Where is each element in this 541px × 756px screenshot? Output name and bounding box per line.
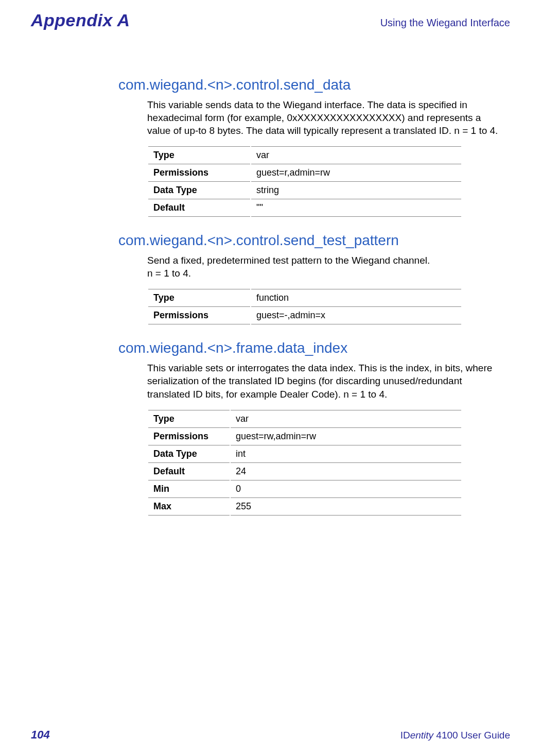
appendix-title: Appendix A [31,10,130,30]
cell-label: Permissions [148,164,251,182]
table-row: Permissionsguest=-,admin=x [148,307,462,324]
guide-name: IDentity 4100 User Guide [400,730,510,741]
cell-label: Data Type [148,182,251,199]
cell-value: guest=r,admin=rw [251,164,462,182]
paragraph: This variable sends data to the Wiegand … [147,98,505,137]
cell-value: int [230,445,462,462]
table-row: Typefunction [148,289,462,307]
table-row: Typevar [148,147,462,164]
cell-value: "" [251,199,462,217]
paragraph-line: Send a fixed, predetermined test pattern… [147,255,430,266]
header-subtitle: Using the Wiegand Interface [380,17,510,29]
table-row: Permissionsguest=r,admin=rw [148,164,462,182]
content-area: com.wiegand.<n>.control.send_data This v… [118,77,505,516]
paragraph: This variable sets or interrogates the d… [147,362,505,400]
cell-value: 255 [230,497,462,515]
properties-table: Typevar Permissionsguest=r,admin=rw Data… [147,146,462,217]
cell-label: Min [148,480,230,497]
cell-value: string [251,182,462,199]
page-footer: 104 IDentity 4100 User Guide [31,728,510,742]
table-row: Min0 [148,480,462,497]
cell-label: Type [148,147,251,164]
page-number: 104 [31,728,50,742]
properties-table: Typefunction Permissionsguest=-,admin=x [147,289,462,324]
table-row: Default"" [148,199,462,217]
cell-value: var [230,410,462,427]
cell-label: Permissions [148,427,230,445]
cell-label: Type [148,289,251,307]
table-row: Data Typeint [148,445,462,462]
cell-value: 0 [230,480,462,497]
cell-label: Default [148,462,230,480]
section-heading: com.wiegand.<n>.control.send_test_patter… [118,232,505,249]
page-header: Appendix A Using the Wiegand Interface [31,10,510,30]
cell-value: var [251,147,462,164]
cell-label: Max [148,497,230,515]
cell-value: guest=-,admin=x [251,307,462,324]
guide-id: ID [400,730,410,741]
cell-value: guest=rw,admin=rw [230,427,462,445]
cell-label: Data Type [148,445,230,462]
properties-table: Typevar Permissionsguest=rw,admin=rw Dat… [147,410,462,516]
cell-value: 24 [230,462,462,480]
cell-label: Default [148,199,251,217]
table-row: Data Typestring [148,182,462,199]
table-row: Max255 [148,497,462,515]
table-row: Default24 [148,462,462,480]
cell-value: function [251,289,462,307]
page: Appendix A Using the Wiegand Interface c… [0,0,541,756]
table-row: Permissionsguest=rw,admin=rw [148,427,462,445]
guide-entity: entity [410,730,433,741]
paragraph: Send a fixed, predetermined test pattern… [147,254,505,280]
section-heading: com.wiegand.<n>.frame.data_index [118,340,505,356]
paragraph-line: n = 1 to 4. [147,268,191,279]
cell-label: Type [148,410,230,427]
section-heading: com.wiegand.<n>.control.send_data [118,77,505,93]
table-row: Typevar [148,410,462,427]
cell-label: Permissions [148,307,251,324]
guide-rest: 4100 User Guide [433,730,510,741]
